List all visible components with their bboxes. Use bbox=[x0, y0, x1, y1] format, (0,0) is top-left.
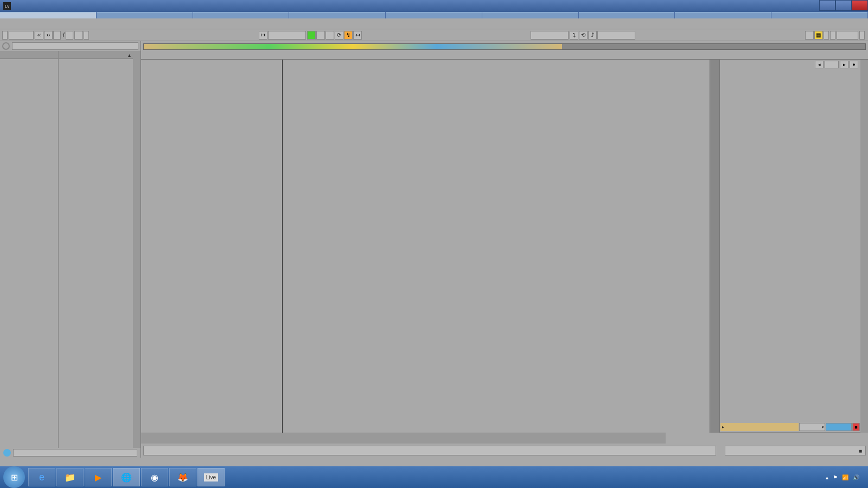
loop-length[interactable] bbox=[597, 31, 635, 40]
tray-volume-icon[interactable]: 🔊 bbox=[853, 474, 859, 480]
sig-numerator[interactable] bbox=[53, 31, 61, 40]
maximize-button[interactable] bbox=[835, 0, 852, 11]
punch-out-button[interactable]: ⤴ bbox=[588, 31, 597, 40]
search-input[interactable] bbox=[12, 42, 138, 50]
punch-in-button[interactable]: ⤵ bbox=[570, 31, 578, 40]
control-bar: ‹‹ ›› / ↦ ⟳ ↯ ↤ ⤵ ⟲ ⤴ ▦ bbox=[0, 29, 868, 41]
tempo-nudge-down[interactable]: ‹‹ bbox=[35, 31, 43, 40]
browser-scrollbar[interactable] bbox=[133, 51, 141, 448]
aero-tabs bbox=[0, 12, 868, 18]
app-icon: Lv bbox=[3, 2, 11, 10]
taskbar-ie[interactable]: e bbox=[28, 468, 55, 486]
arrangement-position[interactable] bbox=[268, 31, 306, 40]
track-mixer-panel: ◂ ▸ ● ▸ ■ bbox=[719, 60, 860, 433]
status-bar-right: ■ bbox=[725, 446, 866, 455]
marker-prev-button[interactable]: ◂ bbox=[815, 61, 824, 68]
master-strip: ▸ ■ bbox=[720, 422, 860, 433]
marker-set-button[interactable] bbox=[825, 61, 839, 68]
preview-button[interactable] bbox=[3, 449, 11, 457]
taskbar-firefox[interactable]: 🦊 bbox=[169, 468, 196, 486]
cpu-meter bbox=[837, 31, 858, 40]
start-button[interactable]: ⊞ bbox=[3, 466, 25, 488]
tray-network-icon[interactable]: 📶 bbox=[842, 474, 848, 480]
locator-button[interactable]: ● bbox=[850, 61, 858, 68]
playhead bbox=[282, 60, 283, 433]
tray-chevron-icon[interactable]: ▴ bbox=[826, 474, 828, 480]
tap-tempo-button[interactable] bbox=[2, 31, 8, 40]
loop-button[interactable]: ⟲ bbox=[579, 31, 588, 40]
taskbar-steam[interactable]: ◉ bbox=[141, 468, 168, 486]
beat-ruler[interactable] bbox=[141, 51, 868, 60]
browser-bottom-input[interactable] bbox=[13, 449, 137, 457]
tray-flag-icon[interactable]: ⚑ bbox=[833, 474, 838, 480]
menu-bar bbox=[0, 18, 868, 29]
taskbar-live[interactable]: Live bbox=[197, 468, 225, 486]
overdub-button[interactable]: ⟳ bbox=[335, 31, 343, 40]
windows-taskbar: ⊞ e 📁 ▶ 🌐 ◉ 🦊 Live ▴ ⚑ 📶 🔊 bbox=[0, 466, 868, 488]
window-title-bar: Lv bbox=[0, 0, 868, 12]
sig-denominator[interactable] bbox=[66, 31, 73, 40]
taskbar-wmp[interactable]: ▶ bbox=[85, 468, 112, 486]
master-volume[interactable] bbox=[826, 423, 852, 431]
close-button[interactable] bbox=[852, 0, 868, 11]
track-lanes-area[interactable] bbox=[141, 60, 710, 433]
status-bar bbox=[143, 446, 716, 455]
midi-map-button[interactable] bbox=[830, 31, 835, 40]
follow-button[interactable]: ↦ bbox=[259, 31, 267, 40]
record-button[interactable] bbox=[326, 31, 334, 40]
stop-button[interactable] bbox=[316, 31, 325, 40]
master-stop-button[interactable]: ■ bbox=[852, 423, 860, 431]
marker-next-button[interactable]: ▸ bbox=[840, 61, 848, 68]
metronome-button[interactable] bbox=[74, 31, 83, 40]
key-map-button[interactable] bbox=[824, 31, 829, 40]
categories-header bbox=[0, 51, 58, 59]
computer-midi-keyboard[interactable]: ▦ bbox=[814, 31, 823, 40]
tempo-nudge-up[interactable]: ›› bbox=[44, 31, 53, 40]
places-header bbox=[0, 59, 58, 62]
time-ruler[interactable] bbox=[141, 433, 666, 444]
minimize-button[interactable] bbox=[819, 0, 835, 11]
automation-arm-button[interactable]: ↯ bbox=[344, 31, 353, 40]
reenable-automation-button[interactable]: ↤ bbox=[353, 31, 362, 40]
draw-mode-button[interactable] bbox=[805, 31, 814, 40]
play-button[interactable] bbox=[307, 31, 316, 40]
master-name[interactable]: ▸ bbox=[720, 423, 799, 431]
arrangement-view: ◂ ▸ ● ▸ ■ bbox=[141, 41, 868, 458]
tempo-field[interactable] bbox=[9, 31, 34, 40]
loop-start[interactable] bbox=[531, 31, 569, 40]
zoom-ratio bbox=[666, 433, 717, 444]
browser-panel: ▴ bbox=[0, 41, 141, 458]
quantize-menu[interactable] bbox=[84, 31, 89, 40]
sort-icon[interactable]: ▴ bbox=[128, 52, 131, 58]
overload-indicator[interactable] bbox=[859, 31, 865, 40]
arrangement-overview[interactable] bbox=[143, 43, 866, 50]
arrangement-scrollbar[interactable] bbox=[860, 60, 868, 433]
meters-column bbox=[710, 60, 719, 433]
browser-collapse-button[interactable] bbox=[2, 42, 10, 50]
master-out-select[interactable] bbox=[799, 423, 825, 431]
taskbar-chrome[interactable]: 🌐 bbox=[113, 468, 140, 486]
taskbar-explorer[interactable]: 📁 bbox=[56, 468, 84, 486]
